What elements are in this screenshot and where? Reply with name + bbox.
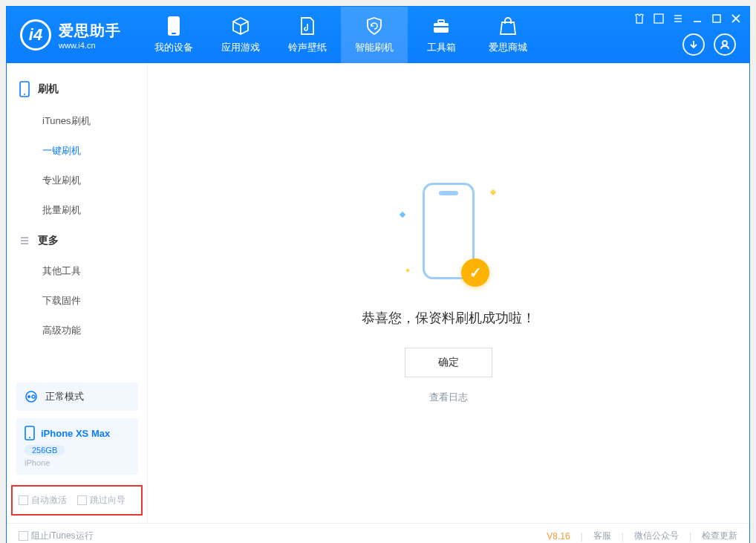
device-card[interactable]: iPhone XS Max 256GB iPhone <box>16 418 138 475</box>
list-icon <box>19 235 30 247</box>
cube-icon <box>230 16 251 36</box>
support-link[interactable]: 客服 <box>593 530 611 542</box>
tshirt-icon[interactable] <box>633 13 645 25</box>
logo-area: i4 爱思助手 www.i4.cn <box>7 7 140 63</box>
device-name: iPhone XS Max <box>41 428 110 439</box>
nav-tabs: 我的设备 应用游戏 铃声壁纸 智能刷机 工具箱 爱思商城 <box>140 7 541 63</box>
maximize-icon[interactable] <box>711 13 723 25</box>
view-log-link[interactable]: 查看日志 <box>429 391 468 404</box>
sidebar-item-one-click-flash[interactable]: 一键刷机 <box>7 136 147 166</box>
svg-rect-3 <box>438 20 444 23</box>
svg-point-12 <box>32 395 35 398</box>
mode-card[interactable]: 正常模式 <box>16 383 138 411</box>
statusbar-right: V8.16 | 客服 | 微信公众号 | 检查更新 <box>547 530 737 542</box>
shield-refresh-icon <box>364 16 385 36</box>
svg-point-7 <box>723 41 727 45</box>
checkbox-icon <box>19 531 28 541</box>
sparkle-icon <box>400 211 405 217</box>
sidebar-item-batch-flash[interactable]: 批量刷机 <box>7 195 147 225</box>
wechat-link[interactable]: 微信公众号 <box>634 530 679 542</box>
phone-icon <box>163 16 184 36</box>
svg-rect-5 <box>654 14 663 23</box>
sparkle-icon <box>490 189 496 195</box>
checkbox-icon <box>19 495 28 505</box>
music-file-icon <box>297 16 318 36</box>
download-button[interactable] <box>682 33 705 56</box>
tab-label: 爱思商城 <box>489 41 527 54</box>
sidebar-scroll: 刷机 iTunes刷机 一键刷机 专业刷机 批量刷机 更多 其他工具 下载固件 … <box>7 63 147 375</box>
separator: | <box>581 531 583 542</box>
close-icon[interactable] <box>730 13 742 25</box>
checkbox-label: 阻止iTunes运行 <box>31 530 94 541</box>
checkbox-icon <box>77 495 87 505</box>
checkbox-skip-guide[interactable]: 跳过向导 <box>77 494 126 507</box>
svg-rect-6 <box>713 15 720 22</box>
toolbox-icon <box>431 16 452 36</box>
app-subtitle: www.i4.cn <box>59 41 121 50</box>
sidebar-item-other-tools[interactable]: 其他工具 <box>7 256 147 286</box>
svg-rect-2 <box>434 23 449 33</box>
tab-smart-flash[interactable]: 智能刷机 <box>341 7 408 63</box>
sidebar-item-download-firmware[interactable]: 下载固件 <box>7 286 147 316</box>
tab-label: 工具箱 <box>427 41 456 54</box>
svg-point-11 <box>27 395 30 398</box>
sidebar: 刷机 iTunes刷机 一键刷机 专业刷机 批量刷机 更多 其他工具 下载固件 … <box>7 63 148 523</box>
checkbox-label: 自动激活 <box>31 495 67 505</box>
version-label: V8.16 <box>547 531 570 542</box>
logo-text: 爱思助手 www.i4.cn <box>59 21 121 50</box>
bag-icon <box>498 16 518 36</box>
svg-point-9 <box>24 94 25 95</box>
svg-point-14 <box>29 437 30 438</box>
sidebar-group-flash: 刷机 <box>7 72 147 106</box>
sidebar-bottom: 正常模式 iPhone XS Max 256GB iPhone <box>7 375 147 475</box>
tab-toolbox[interactable]: 工具箱 <box>408 7 475 63</box>
app-title: 爱思助手 <box>59 21 121 41</box>
checkbox-block-itunes[interactable]: 阻止iTunes运行 <box>19 530 94 542</box>
tab-label: 我的设备 <box>154 41 193 54</box>
minimize-icon[interactable] <box>691 13 703 25</box>
sidebar-checkboxes-highlight: 自动激活 跳过向导 <box>11 485 143 516</box>
phone-outline-icon <box>19 81 30 97</box>
tab-label: 应用游戏 <box>221 41 260 54</box>
separator: | <box>622 531 624 542</box>
app-window: i4 爱思助手 www.i4.cn 我的设备 应用游戏 铃声壁纸 智能刷机 <box>6 6 750 543</box>
feedback-icon[interactable] <box>653 13 665 25</box>
checkbox-label: 跳过向导 <box>90 495 126 505</box>
separator: | <box>689 531 691 542</box>
statusbar-left: 阻止iTunes运行 <box>19 530 94 542</box>
sparkle-icon <box>405 268 410 273</box>
sidebar-group-more: 更多 <box>7 225 147 256</box>
sidebar-item-pro-flash[interactable]: 专业刷机 <box>7 166 147 195</box>
account-icons <box>682 33 736 56</box>
ok-button[interactable]: 确定 <box>405 348 492 377</box>
titlebar: i4 爱思助手 www.i4.cn 我的设备 应用游戏 铃声壁纸 智能刷机 <box>7 7 749 63</box>
user-button[interactable] <box>714 33 736 56</box>
logo-icon: i4 <box>20 19 51 51</box>
svg-rect-4 <box>434 26 449 27</box>
window-controls <box>633 13 742 25</box>
tab-label: 铃声壁纸 <box>288 41 327 54</box>
checkbox-auto-activate[interactable]: 自动激活 <box>19 494 67 507</box>
menu-icon[interactable] <box>672 13 684 25</box>
success-illustration: ✓ <box>408 183 489 294</box>
device-phone-icon <box>25 426 35 440</box>
sidebar-item-advanced[interactable]: 高级功能 <box>7 316 147 345</box>
tab-store[interactable]: 爱思商城 <box>475 7 541 63</box>
tab-apps-games[interactable]: 应用游戏 <box>207 7 274 63</box>
mode-icon <box>25 390 38 403</box>
check-update-link[interactable]: 检查更新 <box>702 530 737 542</box>
device-capacity: 256GB <box>25 445 65 455</box>
svg-rect-1 <box>172 33 176 34</box>
mode-label: 正常模式 <box>45 390 84 403</box>
tab-my-device[interactable]: 我的设备 <box>140 7 207 63</box>
group-title: 刷机 <box>38 82 59 96</box>
body: 刷机 iTunes刷机 一键刷机 专业刷机 批量刷机 更多 其他工具 下载固件 … <box>7 63 749 523</box>
check-badge-icon: ✓ <box>461 259 489 287</box>
tab-ringtone-wallpaper[interactable]: 铃声壁纸 <box>274 7 341 63</box>
statusbar: 阻止iTunes运行 V8.16 | 客服 | 微信公众号 | 检查更新 <box>7 523 749 543</box>
sidebar-item-itunes-flash[interactable]: iTunes刷机 <box>7 106 147 136</box>
group-title: 更多 <box>38 234 59 247</box>
success-message: 恭喜您，保资料刷机成功啦！ <box>362 309 535 327</box>
tab-label: 智能刷机 <box>355 41 394 54</box>
device-type: iPhone <box>25 458 129 467</box>
